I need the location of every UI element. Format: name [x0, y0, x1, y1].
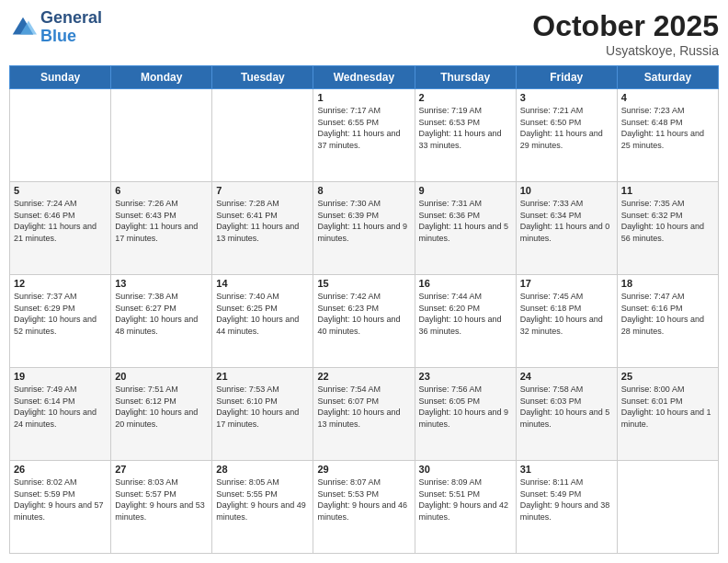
- table-row: 15Sunrise: 7:42 AM Sunset: 6:23 PM Dayli…: [313, 275, 415, 368]
- table-row: 8Sunrise: 7:30 AM Sunset: 6:39 PM Daylig…: [313, 182, 415, 275]
- day-info: Sunrise: 7:35 AM Sunset: 6:32 PM Dayligh…: [621, 198, 714, 244]
- day-info: Sunrise: 7:42 AM Sunset: 6:23 PM Dayligh…: [317, 291, 410, 337]
- table-row: 6Sunrise: 7:26 AM Sunset: 6:43 PM Daylig…: [111, 182, 212, 275]
- calendar-header-row: Sunday Monday Tuesday Wednesday Thursday…: [10, 66, 719, 89]
- col-sunday: Sunday: [10, 66, 111, 89]
- table-row: 20Sunrise: 7:51 AM Sunset: 6:12 PM Dayli…: [111, 368, 212, 461]
- table-row: [10, 89, 111, 182]
- day-info: Sunrise: 8:07 AM Sunset: 5:53 PM Dayligh…: [317, 477, 410, 523]
- day-info: Sunrise: 8:09 AM Sunset: 5:51 PM Dayligh…: [419, 477, 512, 523]
- table-row: 31Sunrise: 8:11 AM Sunset: 5:49 PM Dayli…: [516, 461, 617, 554]
- day-info: Sunrise: 7:40 AM Sunset: 6:25 PM Dayligh…: [216, 291, 309, 337]
- day-info: Sunrise: 7:23 AM Sunset: 6:48 PM Dayligh…: [621, 105, 714, 151]
- table-row: 29Sunrise: 8:07 AM Sunset: 5:53 PM Dayli…: [313, 461, 415, 554]
- day-number: 27: [115, 464, 208, 475]
- day-number: 5: [14, 185, 107, 196]
- day-info: Sunrise: 7:37 AM Sunset: 6:29 PM Dayligh…: [14, 291, 107, 337]
- day-info: Sunrise: 7:19 AM Sunset: 6:53 PM Dayligh…: [419, 105, 512, 151]
- day-info: Sunrise: 7:51 AM Sunset: 6:12 PM Dayligh…: [115, 384, 208, 430]
- day-info: Sunrise: 7:33 AM Sunset: 6:34 PM Dayligh…: [520, 198, 613, 244]
- day-info: Sunrise: 7:53 AM Sunset: 6:10 PM Dayligh…: [216, 384, 309, 430]
- table-row: 12Sunrise: 7:37 AM Sunset: 6:29 PM Dayli…: [10, 275, 111, 368]
- col-thursday: Thursday: [415, 66, 516, 89]
- day-info: Sunrise: 8:03 AM Sunset: 5:57 PM Dayligh…: [115, 477, 208, 523]
- day-number: 1: [317, 92, 410, 103]
- header: General Blue October 2025 Usyatskoye, Ru…: [9, 9, 719, 58]
- table-row: 13Sunrise: 7:38 AM Sunset: 6:27 PM Dayli…: [111, 275, 212, 368]
- day-number: 9: [419, 185, 512, 196]
- day-info: Sunrise: 7:54 AM Sunset: 6:07 PM Dayligh…: [317, 384, 410, 430]
- calendar-table: Sunday Monday Tuesday Wednesday Thursday…: [9, 65, 719, 554]
- col-wednesday: Wednesday: [313, 66, 415, 89]
- calendar-week-row: 1Sunrise: 7:17 AM Sunset: 6:55 PM Daylig…: [10, 89, 719, 182]
- day-info: Sunrise: 7:44 AM Sunset: 6:20 PM Dayligh…: [419, 291, 512, 337]
- table-row: 28Sunrise: 8:05 AM Sunset: 5:55 PM Dayli…: [212, 461, 313, 554]
- table-row: 27Sunrise: 8:03 AM Sunset: 5:57 PM Dayli…: [111, 461, 212, 554]
- logo-icon: [9, 14, 37, 41]
- day-info: Sunrise: 7:26 AM Sunset: 6:43 PM Dayligh…: [115, 198, 208, 244]
- title-block: October 2025 Usyatskoye, Russia: [532, 9, 719, 58]
- day-number: 7: [216, 185, 309, 196]
- day-info: Sunrise: 7:56 AM Sunset: 6:05 PM Dayligh…: [419, 384, 512, 430]
- day-info: Sunrise: 8:00 AM Sunset: 6:01 PM Dayligh…: [621, 384, 714, 430]
- day-info: Sunrise: 7:38 AM Sunset: 6:27 PM Dayligh…: [115, 291, 208, 337]
- logo: General Blue: [9, 9, 102, 46]
- table-row: 23Sunrise: 7:56 AM Sunset: 6:05 PM Dayli…: [415, 368, 516, 461]
- day-number: 6: [115, 185, 208, 196]
- table-row: 3Sunrise: 7:21 AM Sunset: 6:50 PM Daylig…: [516, 89, 617, 182]
- table-row: 7Sunrise: 7:28 AM Sunset: 6:41 PM Daylig…: [212, 182, 313, 275]
- table-row: [212, 89, 313, 182]
- table-row: 26Sunrise: 8:02 AM Sunset: 5:59 PM Dayli…: [10, 461, 111, 554]
- day-number: 22: [317, 371, 410, 382]
- day-number: 31: [520, 464, 613, 475]
- table-row: 19Sunrise: 7:49 AM Sunset: 6:14 PM Dayli…: [10, 368, 111, 461]
- logo-line2: Blue: [40, 28, 102, 46]
- table-row: 1Sunrise: 7:17 AM Sunset: 6:55 PM Daylig…: [313, 89, 415, 182]
- day-number: 14: [216, 278, 309, 289]
- table-row: 2Sunrise: 7:19 AM Sunset: 6:53 PM Daylig…: [415, 89, 516, 182]
- table-row: 10Sunrise: 7:33 AM Sunset: 6:34 PM Dayli…: [516, 182, 617, 275]
- day-number: 28: [216, 464, 309, 475]
- location: Usyatskoye, Russia: [532, 43, 719, 58]
- day-number: 29: [317, 464, 410, 475]
- day-number: 4: [621, 92, 714, 103]
- day-info: Sunrise: 7:17 AM Sunset: 6:55 PM Dayligh…: [317, 105, 410, 151]
- day-info: Sunrise: 7:28 AM Sunset: 6:41 PM Dayligh…: [216, 198, 309, 244]
- day-number: 21: [216, 371, 309, 382]
- day-number: 19: [14, 371, 107, 382]
- calendar-week-row: 12Sunrise: 7:37 AM Sunset: 6:29 PM Dayli…: [10, 275, 719, 368]
- table-row: 5Sunrise: 7:24 AM Sunset: 6:46 PM Daylig…: [10, 182, 111, 275]
- day-number: 3: [520, 92, 613, 103]
- day-number: 30: [419, 464, 512, 475]
- table-row: 21Sunrise: 7:53 AM Sunset: 6:10 PM Dayli…: [212, 368, 313, 461]
- table-row: 17Sunrise: 7:45 AM Sunset: 6:18 PM Dayli…: [516, 275, 617, 368]
- table-row: 16Sunrise: 7:44 AM Sunset: 6:20 PM Dayli…: [415, 275, 516, 368]
- day-info: Sunrise: 8:02 AM Sunset: 5:59 PM Dayligh…: [14, 477, 107, 523]
- day-info: Sunrise: 7:30 AM Sunset: 6:39 PM Dayligh…: [317, 198, 410, 244]
- table-row: 25Sunrise: 8:00 AM Sunset: 6:01 PM Dayli…: [617, 368, 718, 461]
- day-number: 17: [520, 278, 613, 289]
- day-info: Sunrise: 7:24 AM Sunset: 6:46 PM Dayligh…: [14, 198, 107, 244]
- day-info: Sunrise: 8:05 AM Sunset: 5:55 PM Dayligh…: [216, 477, 309, 523]
- table-row: 11Sunrise: 7:35 AM Sunset: 6:32 PM Dayli…: [617, 182, 718, 275]
- col-friday: Friday: [516, 66, 617, 89]
- day-info: Sunrise: 7:45 AM Sunset: 6:18 PM Dayligh…: [520, 291, 613, 337]
- month-title: October 2025: [532, 9, 719, 43]
- day-number: 11: [621, 185, 714, 196]
- calendar-week-row: 19Sunrise: 7:49 AM Sunset: 6:14 PM Dayli…: [10, 368, 719, 461]
- day-number: 15: [317, 278, 410, 289]
- day-info: Sunrise: 7:47 AM Sunset: 6:16 PM Dayligh…: [621, 291, 714, 337]
- day-number: 12: [14, 278, 107, 289]
- table-row: 30Sunrise: 8:09 AM Sunset: 5:51 PM Dayli…: [415, 461, 516, 554]
- day-number: 20: [115, 371, 208, 382]
- table-row: 14Sunrise: 7:40 AM Sunset: 6:25 PM Dayli…: [212, 275, 313, 368]
- day-number: 13: [115, 278, 208, 289]
- day-number: 10: [520, 185, 613, 196]
- day-info: Sunrise: 8:11 AM Sunset: 5:49 PM Dayligh…: [520, 477, 613, 523]
- calendar-week-row: 5Sunrise: 7:24 AM Sunset: 6:46 PM Daylig…: [10, 182, 719, 275]
- day-number: 25: [621, 371, 714, 382]
- logo-line1: General: [40, 9, 102, 28]
- day-number: 26: [14, 464, 107, 475]
- day-info: Sunrise: 7:21 AM Sunset: 6:50 PM Dayligh…: [520, 105, 613, 151]
- day-info: Sunrise: 7:49 AM Sunset: 6:14 PM Dayligh…: [14, 384, 107, 430]
